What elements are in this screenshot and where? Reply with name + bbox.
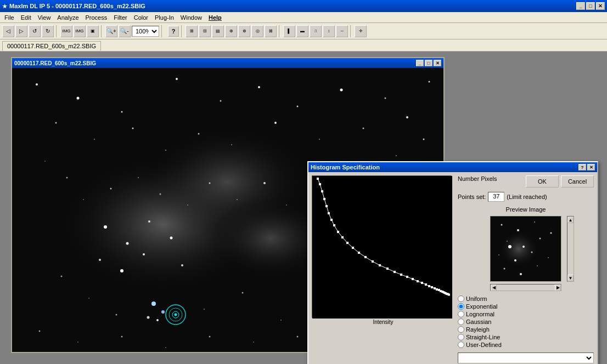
toolbar-tool5[interactable]: ⊗ [238,25,250,37]
svg-point-20 [231,144,232,145]
svg-point-37 [138,177,139,178]
toolbar-btn-3[interactable]: ↺ [29,25,41,37]
menu-color[interactable]: Color [131,13,151,22]
svg-point-121 [522,246,525,248]
svg-point-36 [110,188,112,190]
svg-point-66 [253,342,254,343]
cancel-button[interactable]: Cancel [561,175,594,187]
menu-analyze[interactable]: Analyze [54,13,82,22]
svg-point-14 [429,81,430,83]
radio-straightline-label: Straight-Line [466,334,500,340]
radio-gaussian-input[interactable] [458,318,464,325]
toolbar-zoom-out-btn[interactable]: 🔍- [119,25,131,37]
iw-minimize-btn[interactable]: _ [416,60,424,66]
svg-point-56 [280,320,282,321]
scroll-down-btn[interactable]: ▼ [567,275,574,281]
toolbar-graph3[interactable]: ⎍ [310,25,322,37]
preview-stars-svg [491,217,561,281]
svg-point-15 [55,122,57,124]
preview-image-label: Preview Image [458,206,594,213]
menu-help[interactable]: Help [205,13,225,22]
toolbar-zoom-in-btn[interactable]: 🔍+ [105,25,117,37]
toolbar-btn-1[interactable]: ◁ [2,25,14,37]
svg-point-123 [498,254,499,255]
radio-rayleigh-input[interactable] [458,326,464,333]
points-set-value[interactable]: 37 [488,192,504,202]
svg-rect-77 [317,178,319,180]
toolbar-tool4[interactable]: ⊕ [225,25,237,37]
histogram-chart[interactable] [312,175,452,318]
radio-lognormal-input[interactable] [458,311,464,317]
svg-point-53 [116,314,117,316]
svg-point-129 [537,265,538,266]
radio-lognormal: Lognormal [458,311,594,317]
svg-point-61 [39,331,41,332]
toolbar-sep-4 [181,25,183,37]
histogram-dropdown[interactable] [458,352,594,363]
help-btn[interactable]: ? [168,26,179,37]
iw-close-btn[interactable]: ✕ [434,60,441,66]
radio-gaussian: Gaussian [458,318,594,325]
minimize-button[interactable]: _ [576,2,585,10]
svg-rect-100 [425,283,427,286]
menu-file[interactable]: File [1,13,18,22]
close-button[interactable]: ✕ [596,2,605,10]
toolbar-graph1[interactable]: ▌ [283,25,295,37]
svg-point-128 [520,273,522,275]
toolbar-image-btn[interactable]: IMG [60,25,72,37]
radio-uniform-label: Uniform [466,295,487,302]
svg-rect-115 [491,217,561,281]
toolbar-graph2[interactable]: ▬ [296,25,308,37]
toolbar: ◁ ▷ ↺ ↻ IMG IMG ▣ 🔍+ 🔍- 100% 50% 200% ? … [0,23,607,39]
ok-button[interactable]: OK [526,175,559,187]
menu-edit[interactable]: Edit [18,13,35,22]
toolbar-tool2[interactable]: ⊟ [199,25,211,37]
radio-straightline-input[interactable] [458,334,464,340]
iw-maximize-btn[interactable]: □ [425,60,432,66]
toolbar-btn-2[interactable]: ▷ [15,25,27,37]
menu-filter[interactable]: Filter [110,13,130,22]
svg-point-12 [385,98,386,99]
radio-uniform-input[interactable] [458,295,464,302]
dialog-close-btn[interactable]: ✕ [587,164,595,170]
svg-point-52 [88,298,89,299]
maximize-button[interactable]: □ [586,2,595,10]
app-icon: ★ [2,3,7,9]
toolbar-btn-4[interactable]: ↻ [42,25,54,37]
toolbar-graph5[interactable]: ↔ [336,25,348,37]
svg-rect-113 [448,294,450,296]
radio-exponential-input[interactable] [458,303,464,310]
toolbar-select-btn[interactable]: ▣ [87,25,99,37]
radio-userdefined-input[interactable] [458,342,464,348]
zoom-select[interactable]: 100% 50% 200% [132,26,159,37]
toolbar-tool1[interactable]: ⊞ [186,25,198,37]
svg-rect-76 [312,176,452,318]
scroll-right-btn[interactable]: ▶ [555,285,561,291]
menu-window[interactable]: Window [177,13,205,22]
points-set-label: Points set: [458,194,486,200]
tab-image[interactable]: 00000117.RED_600s_m22.SBIG [2,41,101,51]
tab-label: 00000117.RED_600s_m22.SBIG [7,43,96,49]
number-pixels-label: Number Pixels [458,175,497,182]
svg-point-39 [187,204,188,206]
dialog-help-btn[interactable]: ? [578,164,586,170]
toolbar-tool7[interactable]: ⊠ [265,25,277,37]
menu-view[interactable]: View [35,13,54,22]
toolbar-move[interactable]: ✛ [355,25,367,37]
svg-point-29 [170,237,173,240]
svg-rect-86 [341,236,344,238]
svg-rect-99 [421,282,423,284]
toolbar-tool3[interactable]: ▤ [212,25,224,37]
scroll-up-btn[interactable]: ▲ [567,217,574,223]
scroll-left-btn[interactable]: ◀ [491,285,497,291]
toolbar-graph4[interactable]: ↕ [323,25,335,37]
svg-rect-95 [400,274,402,276]
preview-hscrollbar[interactable]: ◀ ▶ [490,284,561,291]
menu-process[interactable]: Process [82,13,111,22]
menu-plugin[interactable]: Plug-In [151,13,177,22]
preview-vscrollbar[interactable]: ▲ ▼ [567,216,574,282]
dialog-title: Histogram Specification [311,164,578,170]
toolbar-image-btn2[interactable]: IMG [74,25,86,37]
toolbar-tool6[interactable]: ◎ [251,25,263,37]
svg-point-17 [132,128,134,129]
